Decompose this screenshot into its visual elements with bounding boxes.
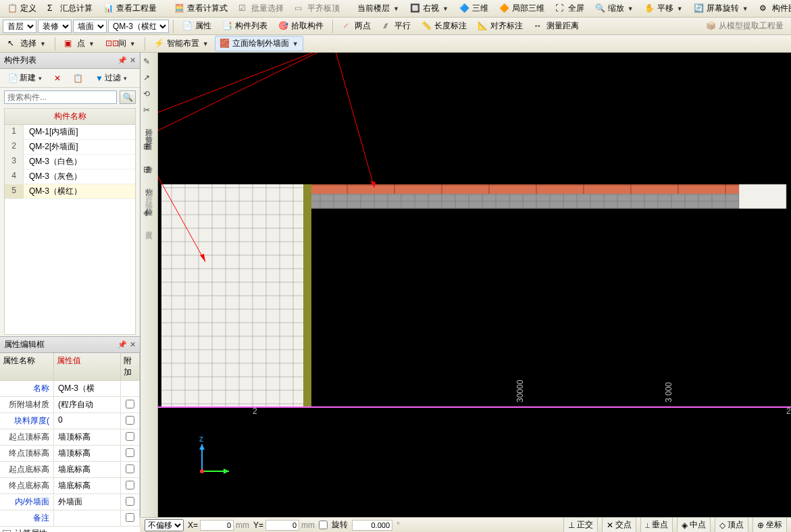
prop-label: 内/外墙面: [0, 494, 54, 510]
svg-rect-11: [303, 184, 311, 407]
coord-toggle[interactable]: ⊕坐标: [752, 517, 787, 532]
list-item-selected[interactable]: 5QM-3（横红）: [5, 184, 135, 199]
svg-rect-9: [739, 184, 786, 209]
list-item[interactable]: 1QM-1[内墙面]: [5, 125, 135, 140]
x-input[interactable]: [200, 520, 234, 531]
prop-value[interactable]: 0: [54, 413, 121, 429]
search-input[interactable]: [4, 90, 117, 104]
prop-check[interactable]: [121, 510, 140, 527]
define-icon: 📋: [7, 3, 18, 14]
select-tool-button[interactable]: ↖选择▼: [3, 36, 51, 51]
list-item[interactable]: 2QM-2[外墙面]: [5, 140, 135, 155]
view-qty-button[interactable]: 📊查看工程量: [99, 1, 161, 16]
new-button[interactable]: 📄新建▾: [4, 71, 46, 85]
cur-floor-dropdown[interactable]: 当前楼层▼: [353, 1, 404, 16]
rotate-check[interactable]: [319, 521, 328, 529]
from-model-button[interactable]: 📦从模型提取工程量: [701, 18, 788, 34]
prop-check[interactable]: [121, 413, 140, 429]
flat-slab-button[interactable]: ▭平齐板顶: [290, 1, 345, 16]
component-select[interactable]: QM-3（横红）: [108, 20, 169, 33]
meas-dist-button[interactable]: ↔测量距离: [529, 18, 584, 34]
floor-select[interactable]: 首层: [3, 20, 36, 33]
elev-draw-button[interactable]: 🧱立面绘制外墙面▼: [215, 36, 303, 51]
prop-check[interactable]: [121, 494, 140, 510]
cube-icon: 🔲: [410, 3, 421, 14]
vtool-icon[interactable]: ⊟: [143, 165, 155, 177]
intersect-toggle[interactable]: ✕交点: [602, 517, 636, 532]
smart-layout-button[interactable]: ⚡智能布置▼: [149, 36, 213, 51]
fullscreen-button[interactable]: ⛶全屏: [551, 1, 589, 16]
ortho-toggle[interactable]: ⊥正交: [563, 517, 598, 532]
prop-value[interactable]: [54, 510, 121, 527]
prop-value[interactable]: 墙底标高: [54, 478, 121, 494]
slab-icon: ▭: [295, 3, 305, 14]
close-icon[interactable]: ✕: [130, 56, 136, 65]
prop-check[interactable]: [121, 397, 140, 413]
screen-rotate-button[interactable]: 🔄屏幕旋转▼: [689, 1, 753, 16]
prop-check[interactable]: [121, 462, 140, 478]
category-select[interactable]: 装修: [38, 20, 72, 33]
prop-value[interactable]: (程序自动: [54, 397, 121, 413]
prop-value[interactable]: 外墙面: [54, 494, 121, 510]
prop-value[interactable]: 墙顶标高: [54, 446, 121, 462]
delete-button[interactable]: ✕: [50, 72, 65, 84]
prop-check[interactable]: [121, 478, 140, 494]
prop-value[interactable]: 墙底标高: [54, 462, 121, 478]
pin-icon[interactable]: 📌: [118, 340, 127, 349]
zoom-button[interactable]: 🔍缩放▼: [590, 1, 638, 16]
3d-button[interactable]: 🔷三维: [455, 1, 493, 16]
copy-button[interactable]: 📋: [69, 72, 87, 84]
vertex-toggle[interactable]: ◇顶点: [715, 517, 748, 532]
search-button[interactable]: 🔍: [120, 90, 136, 104]
len-dim-button[interactable]: 📏长度标注: [417, 18, 471, 34]
display-settings-button[interactable]: ⚙构件图元显示设置: [755, 1, 791, 16]
perp-toggle[interactable]: ⟂垂点: [640, 517, 673, 532]
comp-list-button[interactable]: 📑构件列表: [218, 18, 272, 34]
vtool-icon[interactable]: ⟲: [143, 89, 155, 101]
vtool-icon[interactable]: ✎: [143, 57, 155, 69]
viewport[interactable]: 30000 3 000 2 2 z: [158, 53, 791, 517]
align-dim-button[interactable]: 📐对齐标注: [473, 18, 528, 34]
define-button[interactable]: 📋定义: [3, 1, 41, 16]
y-input[interactable]: [265, 520, 299, 531]
main-toolbar-2: 首层 装修 墙面 QM-3（横红） 📄属性 📑构件列表 🎯拾取构件 ⟋两点 ⫽平…: [0, 18, 791, 35]
svg-text:z: z: [199, 434, 203, 444]
comp-list-toolbar: 📄新建▾ ✕ 📋 ▼过滤▾: [0, 69, 140, 88]
prop-value[interactable]: QM-3（横: [54, 381, 121, 397]
batch-select-button[interactable]: ☑批量选择: [234, 1, 288, 16]
vtool-icon[interactable]: ◆: [143, 208, 155, 220]
right-view-button[interactable]: 🔲右视▼: [405, 1, 453, 16]
two-pts-button[interactable]: ⟋两点: [337, 18, 376, 34]
calc-props-expand[interactable]: +计算属性: [0, 527, 140, 532]
sum-calc-button[interactable]: Σ汇总计算: [43, 1, 97, 16]
svg-marker-21: [199, 444, 205, 450]
pin-icon[interactable]: 📌: [118, 56, 127, 65]
vtool-icon[interactable]: ↗: [143, 73, 155, 85]
offset-select[interactable]: 不偏移: [145, 519, 184, 531]
rotate-input[interactable]: [352, 520, 392, 531]
view-formula-button[interactable]: 🧮查看计算式: [170, 1, 232, 16]
svg-line-17: [158, 53, 334, 140]
prop-check[interactable]: [121, 381, 140, 397]
point-tool-button[interactable]: ▣点▼: [59, 36, 99, 51]
prop-check[interactable]: [121, 429, 140, 446]
type-select[interactable]: 墙面: [73, 20, 107, 33]
vtool-icon[interactable]: ⊞: [143, 142, 155, 154]
prop-check[interactable]: [121, 446, 140, 462]
pick-comp-button[interactable]: 🎯拾取构件: [274, 18, 328, 34]
prop-label: 备注: [0, 510, 54, 527]
pan-button[interactable]: ✋平移▼: [640, 1, 688, 16]
mid-toggle[interactable]: ◈中点: [677, 517, 711, 532]
local-3d-button[interactable]: 🔶局部三维: [494, 1, 549, 16]
props-button[interactable]: 📄属性: [178, 18, 216, 34]
vtool-icon[interactable]: ✂: [143, 105, 155, 117]
svg-rect-8: [310, 194, 739, 209]
list-item[interactable]: 3QM-3（白色）: [5, 155, 135, 169]
prop-value[interactable]: 墙顶标高: [54, 429, 121, 446]
axis-label: 2: [253, 406, 257, 416]
filter-button[interactable]: ▼过滤▾: [91, 71, 131, 85]
close-icon[interactable]: ✕: [130, 340, 136, 349]
list-item[interactable]: 4QM-3（灰色）: [5, 169, 135, 184]
parallel-button[interactable]: ⫽平行: [377, 18, 415, 34]
between-tool-button[interactable]: ⊡⊡间▼: [101, 36, 141, 51]
